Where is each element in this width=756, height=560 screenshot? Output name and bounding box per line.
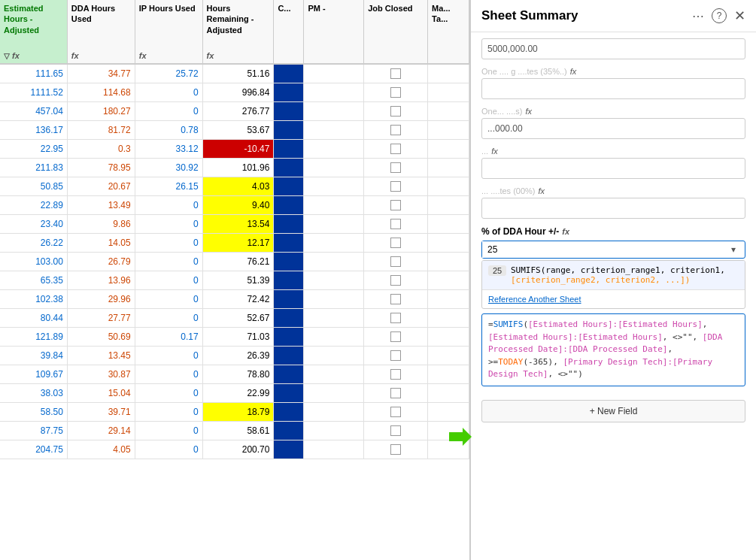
cell-estimated[interactable]: 136.17: [0, 121, 68, 139]
col-header-pm[interactable]: PM -: [304, 0, 364, 63]
cell-hours-rem[interactable]: 51.39: [203, 271, 275, 289]
cell-ip[interactable]: 0: [135, 440, 203, 459]
cell-dda[interactable]: 34.77: [68, 65, 135, 83]
cell-hours-rem[interactable]: 53.67: [203, 121, 275, 139]
cell-hours-rem[interactable]: 76.21: [203, 253, 275, 271]
cell-estimated[interactable]: 39.84: [0, 347, 68, 365]
job-closed-checkbox[interactable]: [390, 388, 401, 398]
cell-ip[interactable]: 0: [135, 102, 203, 120]
cell-estimated[interactable]: 204.75: [0, 440, 68, 459]
cell-dda[interactable]: 39.71: [68, 403, 135, 421]
job-closed-checkbox[interactable]: [390, 106, 401, 117]
cell-dda[interactable]: 15.04: [68, 384, 135, 402]
job-closed-checkbox[interactable]: [390, 313, 401, 323]
pct-dda-input[interactable]: [482, 241, 727, 258]
cell-job-closed[interactable]: [364, 271, 428, 289]
cell-dda[interactable]: 78.95: [68, 159, 135, 177]
cell-job-closed[interactable]: [364, 215, 428, 233]
cell-ip[interactable]: 0: [135, 83, 203, 101]
cell-job-closed[interactable]: [364, 102, 428, 120]
cell-hours-rem[interactable]: 22.99: [203, 384, 275, 402]
cell-hours-rem[interactable]: 101.96: [203, 159, 275, 177]
cell-ip[interactable]: 0: [135, 384, 203, 402]
cell-dda[interactable]: 20.67: [68, 177, 135, 195]
filter-icon[interactable]: ▽: [4, 52, 10, 60]
col-header-c[interactable]: C...: [274, 0, 304, 63]
col-header-hours-rem[interactable]: Hours Remaining - Adjusted fx: [203, 0, 275, 63]
field-input-3[interactable]: [481, 118, 745, 139]
job-closed-checkbox[interactable]: [390, 181, 401, 192]
cell-ip[interactable]: 0: [135, 196, 203, 214]
cell-job-closed[interactable]: [364, 196, 428, 214]
cell-job-closed[interactable]: [364, 65, 428, 83]
cell-ip[interactable]: 33.12: [135, 140, 203, 158]
cell-estimated[interactable]: 80.44: [0, 309, 68, 327]
cell-dda[interactable]: 50.69: [68, 328, 135, 346]
cell-dda[interactable]: 30.87: [68, 365, 135, 383]
job-closed-checkbox[interactable]: [390, 68, 401, 79]
cell-dda[interactable]: 81.72: [68, 121, 135, 139]
cell-ip[interactable]: 0: [135, 403, 203, 421]
cell-dda[interactable]: 114.68: [68, 83, 135, 101]
job-closed-checkbox[interactable]: [390, 275, 401, 286]
cell-job-closed[interactable]: [364, 83, 428, 101]
dropdown-icon[interactable]: ▾: [727, 241, 740, 258]
cell-job-closed[interactable]: [364, 347, 428, 365]
close-icon[interactable]: ✕: [734, 8, 745, 24]
cell-ip[interactable]: 0: [135, 422, 203, 440]
cell-ip[interactable]: 0: [135, 290, 203, 308]
cell-hours-rem[interactable]: 4.03: [203, 177, 275, 195]
job-closed-checkbox[interactable]: [390, 350, 401, 361]
autocomplete-item-sumifs[interactable]: 25 SUMIFS(range, criterion_range1, crite…: [482, 261, 745, 290]
cell-hours-rem[interactable]: 12.17: [203, 234, 275, 252]
job-closed-checkbox[interactable]: [390, 87, 401, 98]
cell-hours-rem[interactable]: 996.84: [203, 83, 275, 101]
cell-estimated[interactable]: 65.35: [0, 271, 68, 289]
cell-dda[interactable]: 14.05: [68, 234, 135, 252]
cell-hours-rem[interactable]: 26.39: [203, 347, 275, 365]
cell-ip[interactable]: 30.92: [135, 159, 203, 177]
job-closed-checkbox[interactable]: [390, 162, 401, 173]
field-input-5[interactable]: [481, 198, 745, 219]
help-icon[interactable]: ?: [712, 8, 727, 23]
cell-job-closed[interactable]: [364, 309, 428, 327]
cell-dda[interactable]: 4.05: [68, 440, 135, 459]
cell-hours-rem[interactable]: 78.80: [203, 365, 275, 383]
cell-hours-rem[interactable]: 52.67: [203, 309, 275, 327]
cell-estimated[interactable]: 38.03: [0, 384, 68, 402]
cell-job-closed[interactable]: [364, 253, 428, 271]
cell-hours-rem[interactable]: 51.16: [203, 65, 275, 83]
cell-job-closed[interactable]: [364, 159, 428, 177]
cell-estimated[interactable]: 58.50: [0, 403, 68, 421]
job-closed-checkbox[interactable]: [390, 125, 401, 135]
cell-estimated[interactable]: 109.67: [0, 365, 68, 383]
cell-dda[interactable]: 0.3: [68, 140, 135, 158]
cell-hours-rem[interactable]: 9.40: [203, 196, 275, 214]
col-header-ip[interactable]: IP Hours Used fx: [135, 0, 203, 63]
col-header-estimated[interactable]: Estimated Hours - Adjusted ▽ fx: [0, 0, 68, 63]
cell-job-closed[interactable]: [364, 365, 428, 383]
cell-job-closed[interactable]: [364, 177, 428, 195]
cell-ip[interactable]: 0: [135, 271, 203, 289]
cell-job-closed[interactable]: [364, 384, 428, 402]
job-closed-checkbox[interactable]: [390, 294, 401, 304]
cell-estimated[interactable]: 211.83: [0, 159, 68, 177]
cell-hours-rem[interactable]: 58.61: [203, 422, 275, 440]
cell-ip[interactable]: 0: [135, 365, 203, 383]
job-closed-checkbox[interactable]: [390, 219, 401, 229]
cell-ip[interactable]: 26.15: [135, 177, 203, 195]
reference-another-sheet-link[interactable]: Reference Another Sheet: [482, 290, 745, 308]
cell-hours-rem[interactable]: 13.54: [203, 215, 275, 233]
cell-job-closed[interactable]: [364, 440, 428, 459]
cell-ip[interactable]: 0: [135, 309, 203, 327]
cell-ip[interactable]: 0.17: [135, 328, 203, 346]
job-closed-checkbox[interactable]: [390, 256, 401, 267]
cell-dda[interactable]: 29.96: [68, 290, 135, 308]
cell-job-closed[interactable]: [364, 422, 428, 440]
field-input-4[interactable]: [481, 158, 745, 179]
job-closed-checkbox[interactable]: [390, 425, 401, 436]
more-options-icon[interactable]: ⋯: [692, 9, 704, 23]
cell-estimated[interactable]: 87.75: [0, 422, 68, 440]
cell-dda[interactable]: 29.14: [68, 422, 135, 440]
cell-estimated[interactable]: 1111.52: [0, 83, 68, 101]
